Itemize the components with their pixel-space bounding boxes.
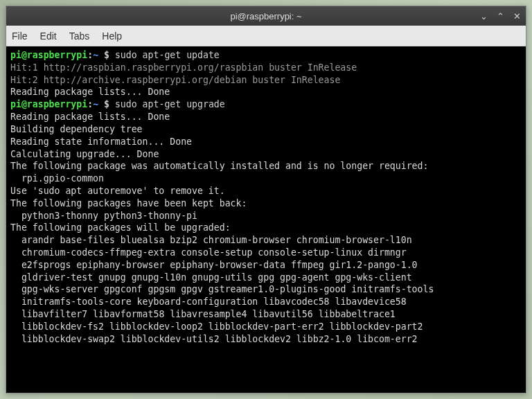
prompt-colon: : [87,50,93,60]
terminal-line: Hit:1 http://raspbian.raspberrypi.org/ra… [10,62,522,74]
terminal-line: arandr base-files bluealsa bzip2 chromiu… [10,234,522,247]
terminal-line: Reading package lists... Done [10,111,522,123]
terminal-line: initramfs-tools-core keyboard-configurat… [10,296,522,308]
terminal-line: e2fsprogs epiphany-browser epiphany-brow… [10,259,522,272]
prompt-user: pi [10,50,21,60]
terminal-line: chromium-codecs-ffmpeg-extra console-set… [10,247,522,259]
terminal-line: python3-thonny python3-thonny-pi [10,210,522,222]
terminal-line: gldriver-test gnupg gnupg-l10n gnupg-uti… [10,272,522,284]
terminal-line: The following packages have been kept ba… [10,197,522,210]
terminal-line: Calculating upgrade... Done [10,148,522,161]
menubar: File Edit Tabs Help [6,26,526,46]
menu-tabs[interactable]: Tabs [69,30,90,42]
prompt-dollar: $ [98,50,115,60]
terminal-line: Building dependency tree [10,123,522,136]
window-title: pi@raspberrypi: ~ [230,11,301,21]
terminal-body[interactable]: pi@raspberrypi:~ $ sudo apt-get update H… [6,46,526,393]
terminal-line: pi@raspberrypi:~ $ sudo apt-get update [10,49,522,62]
minimize-button[interactable]: ⌄ [479,11,488,21]
terminal-line: libblockdev-fs2 libblockdev-loop2 libblo… [10,321,522,333]
prompt-colon: : [87,99,93,109]
prompt-path: ~ [93,99,98,109]
terminal-line: Hit:2 http://archive.raspberrypi.org/deb… [10,74,522,87]
maximize-button[interactable]: ⌃ [495,11,505,21]
prompt-path: ~ [93,50,98,60]
terminal-line: pi@raspberrypi:~ $ sudo apt-get upgrade [10,98,522,111]
terminal-line: The following packages will be upgraded: [10,222,522,234]
terminal-line: The following package was automatically … [10,160,522,172]
prompt-user: pi [10,99,21,109]
prompt-at: @ [21,99,27,109]
menu-file[interactable]: File [12,30,28,42]
menu-help[interactable]: Help [102,30,122,42]
terminal-line: Reading package lists... Done [10,86,522,98]
command-text: sudo apt-get update [115,50,220,60]
prompt-at: @ [21,50,27,60]
prompt-host: raspberrypi [27,50,87,60]
terminal-line: Use 'sudo apt autoremove' to remove it. [10,185,522,197]
terminal-line: libblockdev-swap2 libblockdev-utils2 lib… [10,333,522,346]
terminal-line: libavfilter7 libavformat58 libavresample… [10,308,522,321]
terminal-line: Reading state information... Done [10,136,522,148]
menu-edit[interactable]: Edit [40,30,57,42]
terminal-line: rpi.gpio-common [10,172,522,185]
terminal-window: pi@raspberrypi: ~ ⌄ ⌃ ✕ File Edit Tabs H… [6,6,526,393]
command-text: sudo apt-get upgrade [115,99,225,109]
window-controls: ⌄ ⌃ ✕ [479,11,522,21]
titlebar[interactable]: pi@raspberrypi: ~ ⌄ ⌃ ✕ [6,6,526,26]
close-button[interactable]: ✕ [512,11,522,21]
prompt-dollar: $ [98,99,115,109]
prompt-host: raspberrypi [27,99,87,109]
terminal-line: gpg-wks-server gpgconf gpgsm gpgv gstrea… [10,283,522,296]
